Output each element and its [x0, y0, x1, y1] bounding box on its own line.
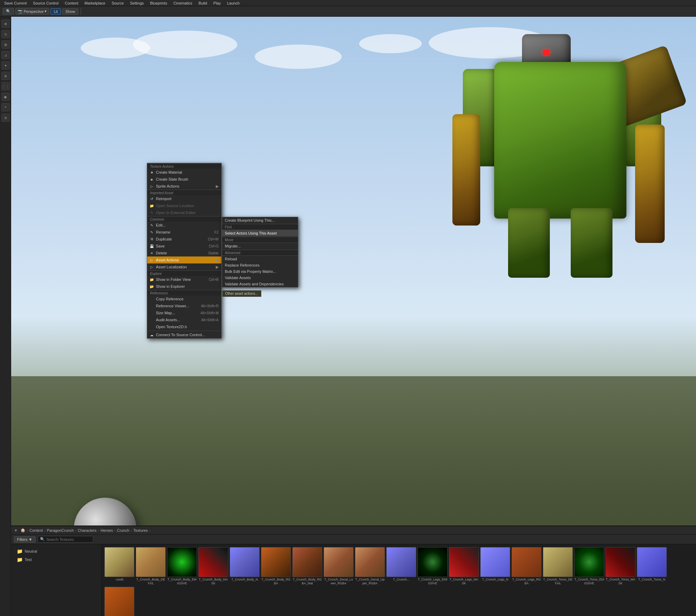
breadcrumb-content[interactable]: Content [30, 528, 43, 532]
section-common: Common [147, 216, 221, 222]
menu-asset-actions[interactable]: ▷ Asset Actions ▶ [147, 256, 221, 263]
asset-t-crunch-legs-n[interactable]: T_Crunch_Legs_N [480, 547, 510, 585]
breadcrumb-heroes[interactable]: Heroes [101, 528, 113, 532]
sidebar-icon-5[interactable]: ✦ [1, 61, 10, 70]
asset-t-crunch-legs-emissive[interactable]: T_Crunch_Legs_EMISSIVE [418, 547, 448, 585]
sidebar-icon-9[interactable]: ⌖ [1, 103, 10, 111]
asset-t-crunch-decal-upper[interactable]: T_Crunch_Decal_Upper_RGBA [355, 547, 385, 585]
breadcrumb-crunch[interactable]: Crunch [117, 528, 129, 532]
sidebar-icon-7[interactable]: ⋮⋮ [1, 82, 10, 90]
asset-t-crunch-torso-emissive-thumb [574, 547, 604, 577]
submenu-create-blueprint[interactable]: Create Blueprint Using This... [222, 217, 298, 223]
menu-marketplace[interactable]: Marketplace [82, 1, 108, 6]
menu-launch[interactable]: Launch [224, 1, 242, 6]
menu-duplicate[interactable]: ⧉ Duplicate Ctrl+W [147, 236, 221, 243]
asset-t-crunch-extra[interactable]: T_Crunch... [386, 547, 416, 585]
sidebar-icon-6[interactable]: ⊛ [1, 72, 10, 80]
asset-t-crunch-body-detail[interactable]: T_Crunch_Body_DETAIL [136, 547, 166, 585]
asset-t-crunch-torso-n-label: T_Crunch_Torso_N [638, 578, 665, 582]
submenu-validate-assets-deps[interactable]: Validate Assets and Dependencies [222, 281, 298, 287]
open-external-editor-icon: ✎ [149, 210, 154, 215]
sidebar-icon-2[interactable]: ⊙ [1, 30, 10, 38]
lit-button[interactable]: Lit [50, 8, 61, 15]
menu-delete[interactable]: ✕ Delete Delete [147, 250, 221, 256]
section-imported-asset: Imported Asset [147, 190, 221, 195]
menu-reference-viewer[interactable]: Reference Viewer... Alt+Shift+R [147, 302, 221, 309]
breadcrumb-characters[interactable]: Characters [78, 528, 97, 532]
menu-source[interactable]: Source [109, 1, 127, 6]
breadcrumb-home-icon: 🏠 [21, 528, 25, 532]
menu-blueprints[interactable]: Blueprints [147, 1, 170, 6]
menu-copy-reference[interactable]: Copy Reference [147, 295, 221, 302]
sidebar-icon-3[interactable]: ⊞ [1, 40, 10, 49]
menu-cinematics[interactable]: Cinematics [171, 1, 195, 6]
menu-rename[interactable]: ✎ Rename F2 [147, 229, 221, 236]
asset-t-crunch-decal-lower[interactable]: T_Crunch_Decal_Lower_RGBA [324, 547, 354, 585]
submenu-find-select-actors[interactable]: Select Actors Using This Asset [222, 230, 298, 236]
search-button[interactable]: 🔍 [3, 8, 14, 15]
filters-button[interactable]: Filters ▼ [14, 536, 35, 543]
asset-t-crunch-body-mask[interactable]: T_Crunch_Body_MASK [198, 547, 228, 585]
asset-t-crunch-body-n-thumb [230, 547, 260, 577]
asset-t-crunch-torso-mask[interactable]: T_Crunch_Torso_MASK [606, 547, 635, 585]
rename-icon: ✎ [149, 230, 154, 235]
submenu-validate-assets[interactable]: Validate Assets [222, 275, 298, 281]
menu-content[interactable]: Content [62, 1, 81, 6]
breadcrumb-paragon-crunch[interactable]: ParagonCrunch [47, 528, 74, 532]
search-box[interactable]: 🔍 [38, 536, 93, 543]
save-icon: 💾 [149, 244, 154, 248]
search-input[interactable] [46, 537, 91, 542]
menu-size-map[interactable]: Size Map... Alt+Shift+M [147, 309, 221, 316]
menu-edit[interactable]: ✎ Edit... [147, 222, 221, 229]
menu-open-external-editor[interactable]: ✎ Open In External Editor [147, 209, 221, 216]
menu-build[interactable]: Build [196, 1, 210, 6]
menu-play[interactable]: Play [211, 1, 223, 6]
asset-t-crunch-legs-rgba[interactable]: T_Crunch_Legs_RGBA [512, 547, 541, 585]
menu-asset-localization[interactable]: ▷ Asset Localization ▶ [147, 263, 221, 270]
folder-neutral[interactable]: 📁 Neutral [14, 547, 98, 555]
sidebar-icon-8[interactable]: ◉ [1, 93, 10, 101]
menu-show-explorer[interactable]: 📂 Show in Explorer [147, 283, 221, 290]
menu-show-folder-view[interactable]: 📁 Show in Folder View Ctrl+B [147, 276, 221, 283]
asset-t-crunch-body-n[interactable]: T_Crunch_Body_N [230, 547, 260, 585]
submenu-replace-references[interactable]: Replace References [222, 262, 298, 268]
folder-test[interactable]: 📁 Test [14, 555, 98, 564]
breadcrumb-sep-1: › [44, 528, 46, 532]
menu-open-source-location[interactable]: 📁 Open Source Location [147, 202, 221, 209]
submenu-bulk-edit[interactable]: Bulk Edit via Property Matrix... [222, 268, 298, 275]
asset-t-crunch-body-rgba[interactable]: T_Crunch_Body_RGBA [261, 547, 291, 585]
perspective-dropdown[interactable]: 📷 Perspective ▾ [15, 8, 49, 15]
menu-connect-source-control[interactable]: ☁ Connect To Source Control... [147, 331, 221, 338]
submenu-reload[interactable]: Reload [222, 256, 298, 262]
main-layout: ⊕ ⊙ ⊞ ⊿ ✦ ⊛ ⋮⋮ ◉ ⌖ ⊜ [0, 17, 696, 616]
submenu-migrate[interactable]: Migrate... [222, 243, 298, 249]
menu-create-slate-brush[interactable]: ◈ Create Slate Brush [147, 176, 221, 183]
sidebar-icon-4[interactable]: ⊿ [1, 51, 10, 59]
content-browser-toolbar: Filters ▼ 🔍 [11, 535, 696, 544]
menu-audit-assets[interactable]: Audit Assets... Alt+Shift+A [147, 316, 221, 323]
asset-t-crunch-body-rgba-mat[interactable]: T_Crunch_Body_RGBA_Mat [292, 547, 322, 585]
menu-sprite-actions[interactable]: ▷ Sprite Actions ▶ [147, 183, 221, 190]
perspective-icon: 📷 [18, 9, 23, 14]
viewport-area[interactable]: X Y Texture Actions ★ Create Material ◈ … [11, 17, 696, 616]
asset-cooki[interactable]: -cooki [104, 547, 134, 585]
asset-t-crunch-body-emissive[interactable]: T_Crunch_Body_EMISSIVE [167, 547, 197, 585]
asset-t-crunch-torso-rgba[interactable]: T_Crunch_Torso_RGBA [104, 587, 134, 616]
sidebar-icon-1[interactable]: ⊕ [1, 19, 10, 28]
sidebar-icon-10[interactable]: ⊜ [1, 113, 10, 122]
asset-t-crunch-torso-detail[interactable]: T_Crunch_Torso_DETAIL [543, 547, 573, 585]
menu-save-current[interactable]: Save Current [1, 1, 30, 6]
menu-settings[interactable]: Settings [127, 1, 147, 6]
show-button[interactable]: Show [62, 8, 78, 15]
menu-reimport[interactable]: ↺ Reimport [147, 195, 221, 202]
menu-open-texture2d[interactable]: Open Texture2D.h [147, 323, 221, 330]
breadcrumb-textures[interactable]: Textures [133, 528, 148, 532]
menu-source-control[interactable]: Source Control [30, 1, 61, 6]
asset-t-crunch-legs-mask[interactable]: T_Crunch_Legs_MASK [449, 547, 479, 585]
asset-t-crunch-body-emissive-thumb [167, 547, 197, 577]
asset-t-crunch-torso-n[interactable]: T_Crunch_Torso_N [637, 547, 667, 585]
menu-create-material[interactable]: ★ Create Material [147, 169, 221, 176]
asset-t-crunch-torso-emissive[interactable]: T_Crunch_Torso_EMISSIVE [574, 547, 604, 585]
content-browser-collapse-icon[interactable]: ▼ [14, 528, 18, 532]
menu-save[interactable]: 💾 Save Ctrl+S [147, 243, 221, 250]
